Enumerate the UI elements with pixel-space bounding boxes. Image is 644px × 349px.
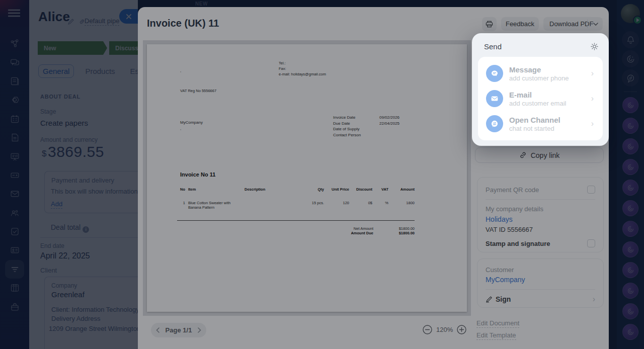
invoice-col-header: Unit Price [324,186,349,193]
swirl-logo-icon [626,101,635,110]
idcard-icon [10,245,20,255]
stage-chips: NewDiscussing [38,41,138,55]
app-shortcut[interactable] [622,200,638,216]
delivery-label: Delivery Address [51,315,101,322]
edit-document-link[interactable]: Edit Document [476,319,519,328]
sidebar-item-projects[interactable] [5,279,24,297]
gear-icon[interactable] [590,42,599,51]
sidebar-item-calendar[interactable] [5,110,24,128]
assistant-icon[interactable] [622,50,639,67]
swirl-logo-icon [626,307,635,316]
app-shortcut[interactable] [622,180,638,196]
feedback-button[interactable]: Feedback [501,17,539,31]
sidebar-item-deals[interactable] [5,260,24,279]
stage-chip[interactable]: New [38,41,107,55]
sidebar-item-messenger[interactable] [5,53,24,71]
zoom-in-icon[interactable] [457,325,466,334]
invoice-page: , Tel.: Fax: e-mail: holidays@gmail.com … [147,44,467,312]
journal-icon [10,76,20,86]
send-option-open-channel[interactable]: Open Channelchat not started› [481,111,600,136]
stage-chip[interactable]: Discussing [109,41,138,55]
send-popup-title: Send [484,42,502,51]
notifications-icon[interactable] [622,31,639,48]
sidebar-item-payments[interactable] [5,166,24,185]
sidebar-item-documents[interactable] [5,128,24,147]
sign-row[interactable]: Sign › [486,295,595,303]
send-option-email[interactable]: E-mailadd customer email› [481,86,600,111]
customer-label: Customer [486,266,595,274]
invoice-contact-block: Tel.: Fax: e-mail: holidays@gmail.com [279,61,326,77]
app-shortcut[interactable] [622,262,638,278]
chevron-right-icon: › [591,69,594,78]
client-info: Client: Information Technology [51,306,138,313]
chevron-right-icon: › [591,119,594,128]
amount-value: 3869.55 [48,143,104,160]
client-card: Company Greenleaf Client: Information Te… [44,277,138,349]
page-next-icon[interactable] [198,327,201,333]
app-shortcut[interactable] [622,159,638,175]
copy-link-label: Copy link [531,151,560,159]
sidebar-item-products[interactable] [5,297,24,316]
tab-general[interactable]: General [38,64,74,78]
invoice-comma: , [180,68,181,74]
chevron-down-icon[interactable] [593,23,598,26]
document-icon [10,132,20,143]
send-options-card: Messageadd customer phone›E-mailadd cust… [478,57,603,140]
close-deal-button[interactable] [119,9,138,24]
new-badge: NEW [195,1,208,7]
email-icon [486,90,503,107]
app-shortcut[interactable] [622,283,638,299]
sidebar-item-tasks[interactable] [5,222,24,241]
sidebar-item-crm[interactable] [5,91,24,109]
deal-title: Alice [38,9,70,25]
deal-total-label: Deal totali [51,223,89,233]
zoom-out-icon[interactable] [423,325,432,334]
app-shortcut[interactable] [622,97,638,113]
app-shortcut[interactable] [622,303,638,319]
app-shortcut[interactable] [622,241,638,257]
users-icon [10,208,20,218]
invoice-company-comma: , [180,126,181,132]
zoom-level: 120% [436,326,453,333]
amount-currency: $ [42,149,46,159]
sidebar-item-mail[interactable] [5,185,24,203]
customer-link[interactable]: MyCompany [486,276,595,284]
send-popup: Send Messageadd customer phone›E-mailadd… [472,33,609,146]
document-viewport[interactable]: , Tel.: Fax: e-mail: holidays@gmail.com … [143,40,471,316]
zoom-controls: 120% [423,325,466,334]
message-icon [486,65,503,82]
company-details-link[interactable]: Holidays [486,215,595,223]
page-prev-icon[interactable] [156,327,159,333]
open-channel-icon[interactable] [622,69,639,86]
app-shortcut[interactable] [622,324,638,340]
deal-tabs: GeneralProductsEstimat [38,64,138,78]
pipeline-selector[interactable]: Default pipe [85,17,119,26]
user-avatar[interactable] [621,4,640,23]
tab-estimat[interactable]: Estimat [126,65,138,77]
customer-card: Customer MyCompany Sign › [477,258,604,308]
swirl-logo-icon [626,122,635,130]
add-link[interactable]: Add [51,200,62,209]
tab-products[interactable]: Products [81,65,119,77]
payment-qr-checkbox[interactable] [587,186,595,194]
sidebar-item-team[interactable] [5,241,24,259]
app-shortcut[interactable] [622,118,638,134]
stamp-checkbox[interactable] [587,239,595,247]
hamburger-menu-icon[interactable] [8,9,21,17]
sidebar-item-contacts[interactable] [5,204,24,222]
stage-value: Create papers [40,119,88,127]
pen-icon [486,296,493,303]
print-button[interactable] [482,17,497,31]
sidebar-item-presentation[interactable] [5,147,24,165]
swirl-logo-icon [626,266,635,275]
edit-icon[interactable] [67,18,74,25]
sidebar-item-network[interactable] [5,34,24,53]
sidebar-item-feed[interactable] [5,72,24,91]
download-pdf-button[interactable]: Download PDF [543,17,603,31]
payment-delivery-title: Payment and delivery [51,177,114,184]
copy-link-button[interactable]: Copy link [475,147,604,163]
send-option-message[interactable]: Messageadd customer phone› [481,61,600,86]
edit-template-link[interactable]: Edit Template [476,331,516,340]
app-shortcut[interactable] [622,138,638,154]
app-shortcut[interactable] [622,221,638,237]
